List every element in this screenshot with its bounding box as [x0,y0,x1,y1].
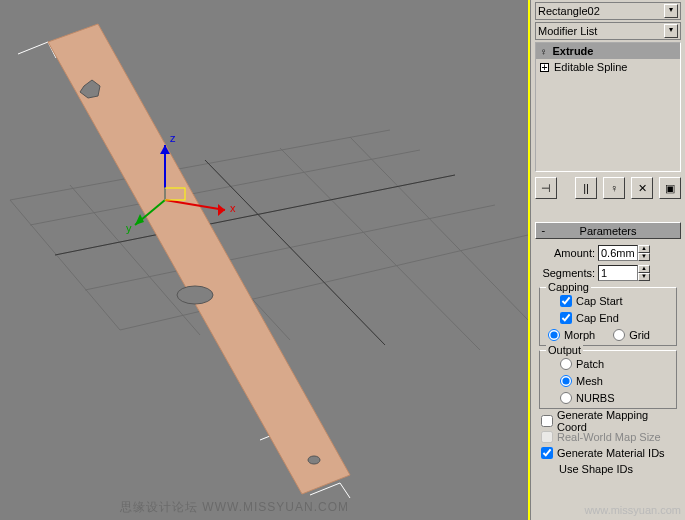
svg-marker-20 [135,214,144,225]
svg-line-10 [350,137,528,320]
object-name-dropdown[interactable]: Rectangle02 ▾ [535,2,681,20]
stack-item-label: Extrude [553,45,594,57]
configure-sets-button[interactable]: ▣ [659,177,681,199]
stack-item-editable-spline[interactable]: + Editable Spline [536,59,680,75]
object-name-value: Rectangle02 [538,5,664,17]
rollout-header-parameters[interactable]: - Parameters [535,222,681,239]
lightbulb-icon[interactable]: ♀ [540,46,548,57]
chevron-down-icon[interactable]: ▾ [664,24,678,38]
group-title: Output [546,344,583,356]
real-world-checkbox [541,431,553,443]
rollout-title: Parameters [580,225,637,237]
spinner-up-icon[interactable]: ▲ [638,265,650,273]
stack-toolbar: ⊣ || ♀ ✕ ▣ [531,174,685,202]
use-shape-label: Use Shape IDs [559,463,633,475]
perspective-viewport[interactable]: x y z 思缘设计论坛 WWW.MISSYUAN.COM [0,0,528,520]
patch-label: Patch [576,358,604,370]
gen-material-checkbox[interactable] [541,447,553,459]
svg-line-11 [55,175,455,255]
segments-label: Segments: [537,267,595,279]
morph-radio[interactable] [548,329,560,341]
cap-start-checkbox[interactable] [560,295,572,307]
watermark-url: www.missyuan.com [584,504,681,516]
spinner-down-icon[interactable]: ▼ [638,253,650,261]
gen-material-label: Generate Material IDs [557,447,665,459]
watermark-text: 思缘设计论坛 WWW.MISSYUAN.COM [120,499,349,516]
svg-line-0 [10,130,390,200]
segments-spinner[interactable]: ▲▼ [598,265,650,281]
modifier-list-dropdown[interactable]: Modifier List ▾ [535,22,681,40]
minus-icon: - [540,224,547,237]
gen-mapping-label: Generate Mapping Coord [557,409,679,433]
morph-label: Morph [564,329,595,341]
group-title: Capping [546,281,591,293]
svg-line-1 [30,150,420,225]
axis-y-label: y [126,222,132,234]
make-unique-button[interactable]: ♀ [603,177,625,199]
parameters-rollout: Amount: ▲▼ Segments: ▲▼ Capping Cap Star… [531,241,685,479]
spinner-down-icon[interactable]: ▼ [638,273,650,281]
nurbs-radio[interactable] [560,392,572,404]
amount-input[interactable] [598,245,638,261]
patch-radio[interactable] [560,358,572,370]
real-world-label: Real-World Map Size [557,431,661,443]
grid-radio[interactable] [613,329,625,341]
modifier-list-label: Modifier List [538,25,664,37]
amount-label: Amount: [537,247,595,259]
gen-mapping-checkbox[interactable] [541,415,553,427]
cap-end-label: Cap End [576,312,619,324]
nurbs-label: NURBS [576,392,615,404]
command-panel: Rectangle02 ▾ Modifier List ▾ ♀ Extrude … [530,0,685,520]
stack-item-extrude[interactable]: ♀ Extrude [536,43,680,59]
cap-end-checkbox[interactable] [560,312,572,324]
capping-group: Capping Cap Start Cap End Morph Grid [539,287,677,346]
stack-item-label: Editable Spline [554,61,627,73]
svg-point-16 [308,456,320,464]
modifier-stack[interactable]: ♀ Extrude + Editable Spline [535,42,681,172]
chevron-down-icon[interactable]: ▾ [664,4,678,18]
mesh-label: Mesh [576,375,603,387]
cap-start-label: Cap Start [576,295,622,307]
svg-line-5 [10,200,120,330]
segments-input[interactable] [598,265,638,281]
mesh-radio[interactable] [560,375,572,387]
amount-spinner[interactable]: ▲▼ [598,245,650,261]
output-group: Output Patch Mesh NURBS [539,350,677,409]
show-end-result-button[interactable]: || [575,177,597,199]
svg-point-15 [177,286,213,304]
spinner-up-icon[interactable]: ▲ [638,245,650,253]
pin-stack-button[interactable]: ⊣ [535,177,557,199]
axis-z-label: z [170,132,176,144]
axis-x-label: x [230,202,236,214]
grid-label: Grid [629,329,650,341]
expand-icon[interactable]: + [540,63,549,72]
viewport-canvas: x y z [0,0,528,520]
svg-line-9 [280,148,480,350]
remove-modifier-button[interactable]: ✕ [631,177,653,199]
svg-marker-18 [218,204,225,216]
